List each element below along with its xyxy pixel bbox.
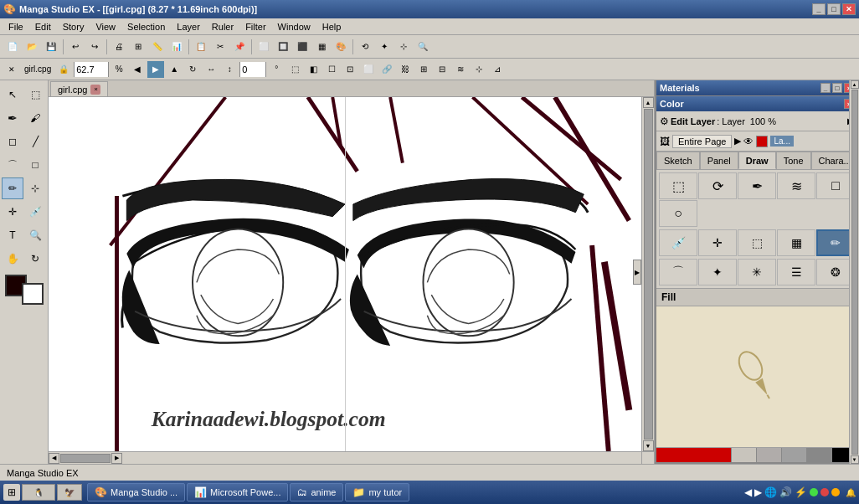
eyedrop-tool[interactable]: 💉 — [24, 201, 46, 223]
menu-window[interactable]: Window — [273, 21, 316, 33]
flip-h[interactable]: ↔ — [203, 61, 219, 78]
tool-eyedrop[interactable]: 💉 — [659, 229, 697, 256]
tool-lines[interactable]: ☰ — [777, 259, 815, 285]
tb-btn-15[interactable]: ⊹ — [394, 38, 413, 56]
zoom-input[interactable] — [75, 62, 108, 77]
print-button[interactable]: 🖨 — [110, 38, 128, 56]
tb-btn-14[interactable]: ✦ — [375, 38, 393, 56]
table-button[interactable]: 📊 — [167, 38, 186, 56]
tray-battery[interactable]: ⚡ — [795, 486, 807, 498]
entire-page-label[interactable]: Entire Page — [672, 135, 732, 148]
canvas-hscrollbar[interactable]: ◀ ▶ — [49, 451, 641, 464]
right-panel-scrollbar[interactable]: ▲ ▼ — [849, 96, 859, 464]
move-tool[interactable]: ✛ — [2, 201, 23, 223]
taskbar-manga-studio[interactable]: 🎨 Manga Studio ... — [87, 483, 185, 501]
taskbar-anime[interactable]: 🗂 anime — [290, 483, 343, 501]
tool-spline[interactable]: ⌒ — [659, 259, 697, 285]
tray-volume[interactable]: 🔊 — [779, 486, 792, 498]
arrow-up[interactable]: ▲ — [166, 61, 183, 78]
grid-button[interactable]: ⊞ — [129, 38, 147, 56]
rotate-view-tool[interactable]: ↻ — [24, 248, 46, 270]
tab-sketch[interactable]: Sketch — [656, 152, 700, 169]
line-tool[interactable]: ╱ — [24, 131, 46, 152]
scroll-up-btn[interactable]: ▲ — [643, 97, 654, 108]
text-tool[interactable]: T — [2, 224, 23, 246]
taskbar-my-tutor[interactable]: 📁 my tutor — [345, 483, 409, 501]
eraser-tool[interactable]: ◻ — [2, 131, 23, 152]
select-tool-8[interactable]: ⊞ — [415, 61, 432, 78]
select-tool-4[interactable]: ⊡ — [342, 61, 358, 78]
scroll-right-btn[interactable]: ▶ — [111, 453, 122, 464]
select-box-tool[interactable]: ⬚ — [24, 84, 46, 105]
tb-btn-16[interactable]: 🔍 — [414, 38, 432, 56]
measure-button[interactable]: 📏 — [148, 38, 167, 56]
tb-btn-8[interactable]: ⬜ — [255, 38, 273, 56]
maximize-button[interactable]: □ — [827, 3, 841, 15]
swatch-red[interactable] — [656, 448, 732, 462]
tool-dotted-rect[interactable]: ⬚ — [659, 172, 697, 199]
curve-tool[interactable]: ⌒ — [2, 154, 23, 176]
undo-button[interactable]: ↩ — [66, 38, 85, 56]
tb-btn-10[interactable]: ⬛ — [293, 38, 311, 56]
tray-icon-2[interactable]: ▶ — [754, 486, 762, 498]
new-button[interactable]: 📄 — [3, 38, 22, 56]
zoom-tool[interactable]: 🔍 — [24, 224, 46, 246]
eye-icon[interactable]: 👁 — [743, 136, 754, 147]
pen-tool[interactable]: ✒ — [2, 107, 23, 129]
tool-eraser2[interactable]: ⬚ — [738, 229, 776, 256]
select-tool-11[interactable]: ⊹ — [471, 61, 487, 78]
vscroll-thumb[interactable] — [644, 109, 653, 440]
tb-btn-11[interactable]: ▦ — [312, 38, 331, 56]
flip-v[interactable]: ↕ — [221, 61, 238, 78]
doc-tab-girl[interactable]: girl.cpg × — [50, 81, 108, 96]
close-doc-btn[interactable]: ✕ — [3, 61, 20, 78]
arrow-right[interactable]: ▶ — [147, 61, 164, 78]
menu-help[interactable]: Help — [317, 21, 347, 33]
select-tool-9[interactable]: ⊟ — [434, 61, 450, 78]
shape-tool[interactable]: □ — [24, 154, 46, 176]
tb-btn-6[interactable]: ✂ — [211, 38, 229, 56]
menu-ruler[interactable]: Ruler — [207, 21, 239, 33]
layer-arrow[interactable]: ▶ — [734, 136, 741, 147]
materials-minimize[interactable]: _ — [820, 83, 831, 93]
select-tool-3[interactable]: ☐ — [323, 61, 340, 78]
tab-draw[interactable]: Draw — [738, 152, 776, 169]
rotation-input[interactable] — [240, 62, 265, 77]
panel-scroll-thumb[interactable] — [851, 96, 858, 455]
tb-btn-5[interactable]: 📋 — [192, 38, 210, 56]
tb-btn-9[interactable]: 🔲 — [274, 38, 292, 56]
lock-icon[interactable]: 🔒 — [55, 61, 72, 78]
arrow-left[interactable]: ◀ — [129, 61, 146, 78]
select-arrow-tool[interactable]: ↖ — [2, 84, 23, 105]
close-button[interactable]: ✕ — [842, 3, 856, 15]
tb-btn-12[interactable]: 🎨 — [332, 38, 350, 56]
redo-button[interactable]: ↪ — [85, 38, 104, 56]
tb-btn-13[interactable]: ⟲ — [356, 38, 374, 56]
gear-icon[interactable]: ⚙ — [660, 116, 669, 127]
tool-hatching[interactable]: ▦ — [777, 229, 815, 256]
tab-panel[interactable]: Panel — [700, 152, 738, 169]
tool-pen-draw[interactable]: ✒ — [738, 172, 776, 199]
menu-edit[interactable]: Edit — [30, 21, 56, 33]
tray-icon-1[interactable]: ◀ — [744, 486, 752, 498]
menu-file[interactable]: File — [3, 21, 28, 33]
tool-cross[interactable]: ✛ — [698, 229, 737, 256]
select-tool-2[interactable]: ◧ — [305, 61, 321, 78]
rotate-icon[interactable]: ↻ — [184, 61, 201, 78]
panel-scroll-down[interactable]: ▼ — [851, 455, 859, 464]
select-tool-6[interactable]: 🔗 — [378, 61, 395, 78]
panel-toggle-arrow[interactable]: ▶ — [633, 260, 641, 285]
select-tool-12[interactable]: ⊿ — [489, 61, 506, 78]
materials-maximize[interactable]: □ — [832, 83, 842, 93]
canvas-vscrollbar[interactable]: ▲ ▼ — [641, 97, 654, 451]
select-tool-1[interactable]: ⬚ — [286, 61, 303, 78]
tab-tone[interactable]: Tone — [776, 152, 811, 169]
open-button[interactable]: 📂 — [23, 38, 41, 56]
brush-tool[interactable]: 🖌 — [24, 107, 46, 129]
fill-tool[interactable]: ✏ — [2, 177, 23, 199]
menu-selection[interactable]: Selection — [122, 21, 170, 33]
tool-smear[interactable]: ≋ — [777, 172, 815, 199]
scroll-down-btn[interactable]: ▼ — [643, 440, 654, 451]
doc-tab-close[interactable]: × — [90, 85, 100, 95]
layer-color-swatch[interactable] — [756, 136, 768, 147]
